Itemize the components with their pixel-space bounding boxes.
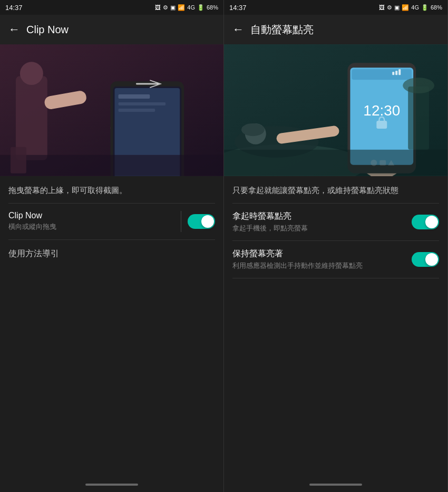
battery-icon-right: 🔋 [421,4,428,11]
back-button-right[interactable]: ← [232,24,244,35]
status-icons-right: 🖼 ⚙ ▣ 📶 4G 🔋 68% [379,4,442,11]
svg-rect-34 [398,69,401,75]
svg-rect-15 [11,147,26,173]
network-label-left: 4G [187,4,195,11]
clip-now-subtitle: 橫向或縱向拖曳 [8,222,174,231]
clip-now-setting-row: Clip Now 橫向或縱向拖曳 [0,204,223,239]
svg-rect-14 [0,155,223,176]
home-indicator-right [224,479,447,492]
keep-screen-on-text: 保持螢幕亮著 利用感應器檢測出手持動作並維持螢幕點亮 [232,248,412,271]
status-time-right: 14:37 [229,4,247,12]
hero-image-left [0,44,223,176]
home-bar-right [309,484,362,486]
svg-rect-29 [376,121,387,129]
screen-wake-panel: 14:37 🖼 ⚙ ▣ 📶 4G 🔋 68% ← 自動螢幕點亮 [224,0,448,492]
svg-point-37 [403,78,434,93]
wake-on-pickup-toggle[interactable] [412,215,439,229]
status-bar-right: 14:37 🖼 ⚙ ▣ 📶 4G 🔋 68% [224,0,447,15]
description-right: 只要拿起就能讓螢幕點亮，或維持螢幕點亮狀態 [224,176,447,203]
status-time-left: 14:37 [5,4,23,12]
cast-icon-r: ▣ [394,4,400,11]
content-left: 拖曳螢幕的上緣，即可取得截圖。 Clip Now 橫向或縱向拖曳 使用方法導引 [0,176,223,479]
svg-rect-12 [118,109,155,112]
network-label-right: 4G [411,4,419,11]
app-bar-left: ← Clip Now [0,15,223,44]
clip-now-toggle[interactable] [188,214,215,229]
divider-right-3 [232,278,439,278]
clip-now-panel: 14:37 🖼 ⚙ ▣ 📶 4G 🔋 68% ← Clip Now [0,0,224,492]
wake-on-pickup-text: 拿起時螢幕點亮 拿起手機後，即點亮螢幕 [232,211,412,233]
settings-icon-r: ⚙ [387,4,392,11]
signal-icon-r: 📶 [402,4,409,11]
clip-now-setting-text: Clip Now 橫向或縱向拖曳 [8,211,174,231]
keep-screen-on-title: 保持螢幕亮著 [232,248,412,259]
battery-icon-left: 🔋 [197,4,204,11]
svg-text:12:30: 12:30 [363,102,400,119]
cast-icon: ▣ [170,4,176,11]
wake-on-pickup-title: 拿起時螢幕點亮 [232,211,412,222]
svg-rect-32 [392,72,394,75]
wake-on-pickup-row: 拿起時螢幕點亮 拿起手機後，即點亮螢幕 [224,204,447,240]
svg-rect-27 [352,69,412,80]
signal-icon: 📶 [178,4,185,11]
app-bar-right: ← 自動螢幕點亮 [224,15,447,44]
gallery-icon: 🖼 [155,4,161,11]
wake-on-pickup-subtitle: 拿起手機後，即點亮螢幕 [232,224,412,233]
svg-point-20 [241,123,265,136]
battery-label-left: 68% [207,4,218,11]
status-bar-left: 14:37 🖼 ⚙ ▣ 📶 4G 🔋 68% [0,0,223,15]
svg-rect-35 [224,150,447,176]
gallery-icon-r: 🖼 [379,4,385,11]
guide-link[interactable]: 使用方法導引 [0,240,223,268]
svg-rect-11 [118,102,165,105]
settings-icon: ⚙ [163,4,168,11]
keep-screen-on-subtitle: 利用感應器檢測出手持動作並維持螢幕點亮 [232,261,412,271]
hero-image-right: 12:30 [224,44,447,176]
separator-left [181,211,181,232]
battery-label-right: 68% [431,4,442,11]
back-button-left[interactable]: ← [8,24,20,35]
content-right: 只要拿起就能讓螢幕點亮，或維持螢幕點亮狀態 拿起時螢幕點亮 拿起手機後，即點亮螢… [224,176,447,479]
home-indicator-left [0,479,223,492]
svg-point-3 [20,62,43,85]
description-left: 拖曳螢幕的上緣，即可取得截圖。 [0,176,223,203]
app-title-left: Clip Now [26,24,69,36]
keep-screen-on-toggle[interactable] [412,252,439,267]
app-title-right: 自動螢幕點亮 [250,23,314,37]
status-icons-left: 🖼 ⚙ ▣ 📶 4G 🔋 68% [155,4,218,11]
svg-rect-10 [118,94,150,99]
svg-rect-36 [408,86,429,150]
clip-now-title: Clip Now [8,211,174,220]
home-bar-left [85,484,138,486]
svg-rect-33 [395,71,397,75]
keep-screen-on-row: 保持螢幕亮著 利用感應器檢測出手持動作並維持螢幕點亮 [224,241,447,278]
